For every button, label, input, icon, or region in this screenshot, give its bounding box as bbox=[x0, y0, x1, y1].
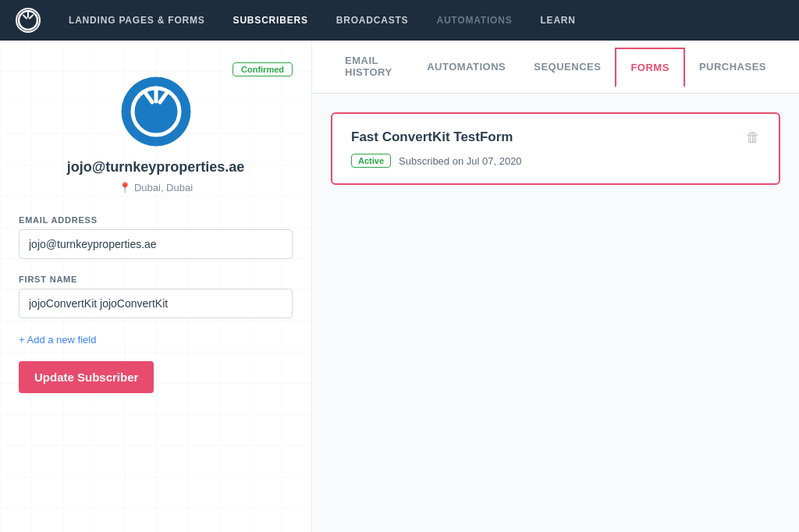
location-text: Dubai, Dubai bbox=[134, 182, 193, 193]
nav-subscribers[interactable]: SUBSCRIBERS bbox=[233, 12, 308, 29]
form-subscribed-text: Subscribed on Jul 07, 2020 bbox=[399, 155, 522, 167]
nav-learn[interactable]: LEARN bbox=[540, 12, 575, 29]
left-panel: Confirmed jojo@turnkeyproperties.ae 📍 Du… bbox=[0, 41, 312, 532]
nav-automations[interactable]: AUTOMATIONS bbox=[436, 12, 512, 29]
email-address-input[interactable] bbox=[19, 229, 293, 259]
left-content: Confirmed jojo@turnkeyproperties.ae 📍 Du… bbox=[19, 59, 293, 393]
main-container: Confirmed jojo@turnkeyproperties.ae 📍 Du… bbox=[0, 41, 799, 532]
location-pin-icon: 📍 bbox=[119, 182, 131, 193]
avatar-icon bbox=[121, 76, 191, 147]
form-card: Fast ConvertKit TestForm 🗑 Active Subscr… bbox=[331, 112, 780, 185]
subscriber-location: 📍 Dubai, Dubai bbox=[19, 182, 293, 193]
form-card-meta: Active Subscribed on Jul 07, 2020 bbox=[351, 154, 760, 168]
email-address-label: EMAIL ADDRESS bbox=[19, 215, 293, 225]
update-subscriber-button[interactable]: Update Subscriber bbox=[19, 361, 154, 393]
confirmed-badge: Confirmed bbox=[233, 62, 293, 76]
tab-email-history[interactable]: EMAIL HISTORY bbox=[331, 41, 413, 94]
avatar-container bbox=[19, 76, 293, 147]
first-name-input[interactable] bbox=[19, 289, 293, 318]
forms-tab-content: Fast ConvertKit TestForm 🗑 Active Subscr… bbox=[312, 94, 799, 532]
nav-broadcasts[interactable]: BROADCASTS bbox=[336, 12, 409, 29]
navbar: LANDING PAGES & FORMS SUBSCRIBERS BROADC… bbox=[0, 0, 799, 41]
subscriber-email: jojo@turnkeyproperties.ae bbox=[19, 159, 293, 176]
nav-landing-pages[interactable]: LANDING PAGES & FORMS bbox=[69, 12, 205, 29]
add-field-link[interactable]: + Add a new field bbox=[19, 334, 293, 346]
first-name-label: FIRST NAME bbox=[19, 275, 293, 284]
tab-purchases[interactable]: PURCHASES bbox=[685, 47, 780, 88]
right-panel: EMAIL HISTORY AUTOMATIONS SEQUENCES FORM… bbox=[312, 41, 799, 532]
tabs-bar: EMAIL HISTORY AUTOMATIONS SEQUENCES FORM… bbox=[312, 41, 799, 94]
email-address-field-group: EMAIL ADDRESS bbox=[19, 215, 293, 275]
form-card-header: Fast ConvertKit TestForm 🗑 bbox=[351, 129, 760, 146]
form-active-badge: Active bbox=[351, 154, 391, 168]
first-name-field-group: FIRST NAME bbox=[19, 275, 293, 334]
tab-forms[interactable]: FORMS bbox=[615, 48, 684, 87]
tab-sequences[interactable]: SEQUENCES bbox=[520, 47, 615, 88]
form-card-title: Fast ConvertKit TestForm bbox=[351, 129, 513, 145]
logo-icon bbox=[16, 8, 41, 33]
tab-automations[interactable]: AUTOMATIONS bbox=[413, 47, 520, 88]
delete-form-icon[interactable]: 🗑 bbox=[746, 129, 760, 146]
